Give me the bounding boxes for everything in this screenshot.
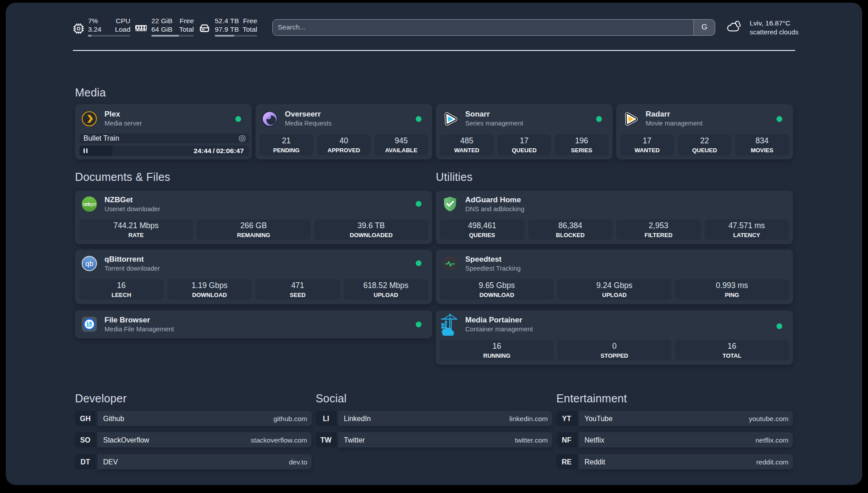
- svg-text:qb: qb: [85, 260, 93, 267]
- svg-text:nzbget: nzbget: [83, 202, 96, 207]
